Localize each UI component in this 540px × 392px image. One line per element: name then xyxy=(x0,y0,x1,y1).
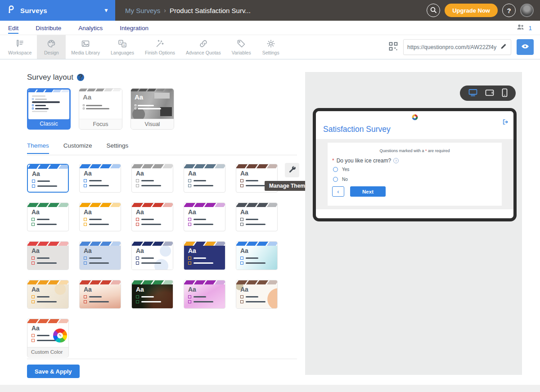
tab-edit[interactable]: Edit xyxy=(8,22,18,34)
theme-line xyxy=(89,219,102,220)
theme-gray[interactable]: Aa xyxy=(131,164,173,193)
collaborators-count[interactable]: 1 xyxy=(528,25,532,32)
theme-red[interactable]: Aa xyxy=(131,203,173,231)
question-help-icon[interactable]: ? xyxy=(393,158,399,163)
theme-stripes xyxy=(27,319,68,323)
theme-blue-2[interactable]: Aa xyxy=(79,164,121,193)
theme-grid: AaAaAaAaAaAaAaAaAaAaAaAaAaAaAaAaAaAaAaAa… xyxy=(27,164,278,357)
toolbar-settings[interactable]: Settings xyxy=(256,35,285,59)
design-tab-customize[interactable]: Customize xyxy=(63,142,92,154)
theme-stripes xyxy=(132,242,173,246)
theme-stripes xyxy=(27,203,68,207)
device-tablet-button[interactable] xyxy=(485,89,495,98)
theme-forest-dark[interactable]: Aa xyxy=(131,280,173,309)
theme-sample-text: Aa xyxy=(84,247,117,255)
radio-icon[interactable] xyxy=(333,167,338,172)
manage-themes-button[interactable] xyxy=(285,163,299,177)
user-avatar[interactable] xyxy=(520,4,534,17)
theme-sand[interactable]: Aa xyxy=(27,280,69,309)
toolbar-variables[interactable]: Variables xyxy=(226,35,256,59)
product-switcher[interactable]: Surveys ▼ xyxy=(0,0,115,21)
theme-custom-color[interactable]: Aa✎Custom Color xyxy=(27,319,69,357)
theme-red-gray[interactable]: Aa xyxy=(27,241,69,270)
survey-url-input[interactable] xyxy=(407,44,500,50)
toolbar-finish-options[interactable]: Finish Options xyxy=(140,35,180,59)
toolbar-media-library[interactable]: Media Library xyxy=(66,35,105,59)
nav-tabs: EditDistributeAnalyticsIntegration xyxy=(0,22,148,34)
toolbar-design[interactable]: Design xyxy=(37,35,66,59)
checkbox-icon xyxy=(188,261,191,265)
tab-distribute[interactable]: Distribute xyxy=(36,22,61,34)
tab-integration[interactable]: Integration xyxy=(120,22,148,34)
save-apply-button[interactable]: Save & Apply xyxy=(27,365,80,378)
checkbox-icon xyxy=(188,257,191,260)
theme-line xyxy=(246,262,266,264)
theme-sample-text: Aa xyxy=(32,208,64,216)
theme-option-row xyxy=(240,218,273,221)
checkbox-icon xyxy=(136,184,139,187)
checkbox-icon xyxy=(240,261,243,265)
layout-option-focus[interactable]: AaFocus xyxy=(79,88,122,130)
theme-stripes xyxy=(27,242,68,246)
theme-navy-orange[interactable]: Aa xyxy=(184,241,225,270)
theme-body: Aa xyxy=(236,207,277,231)
search-button[interactable] xyxy=(427,4,440,17)
svg-text:x: x xyxy=(120,41,122,44)
custom-color-label: Custom Color xyxy=(27,347,68,356)
theme-blue[interactable]: Aa xyxy=(27,164,69,193)
tab-analytics[interactable]: Analytics xyxy=(78,22,103,34)
preview-frame: Satisfaction Survey Questions marked wit… xyxy=(313,108,517,221)
checkbox-icon xyxy=(136,179,139,182)
theme-navy-cloud[interactable]: Aa xyxy=(131,241,173,270)
theme-soft-blue[interactable]: Aa xyxy=(79,241,121,270)
exit-survey-button[interactable] xyxy=(502,119,508,126)
edit-url-icon[interactable] xyxy=(500,43,507,52)
theme-orange[interactable]: Aa xyxy=(79,203,121,231)
theme-charcoal[interactable]: Aa xyxy=(236,203,278,231)
theme-aqua[interactable]: Aa xyxy=(236,241,278,270)
theme-option-row xyxy=(136,223,169,226)
toolbar-workspace[interactable]: Workspace xyxy=(3,35,37,59)
theme-cream[interactable]: Aa xyxy=(236,280,278,309)
radio-icon[interactable] xyxy=(333,177,338,182)
theme-option-row xyxy=(240,223,273,226)
design-tab-settings[interactable]: Settings xyxy=(107,142,129,154)
next-button[interactable]: Next xyxy=(350,186,386,197)
main-panel: Survey layout ? ClassicAaFocusAaVisual T… xyxy=(0,59,540,385)
help-button[interactable]: ? xyxy=(502,4,516,17)
device-desktop-button[interactable] xyxy=(468,89,478,98)
toolbar-languages[interactable]: xALanguages xyxy=(105,35,140,59)
theme-line xyxy=(141,224,161,225)
preview-eye-button[interactable] xyxy=(517,39,534,55)
theme-green[interactable]: Aa xyxy=(27,203,69,231)
answer-option-label: Yes xyxy=(342,167,349,172)
upgrade-now-button[interactable]: Upgrade Now xyxy=(445,4,498,17)
answer-option-no[interactable]: No xyxy=(333,177,348,182)
toolbar-advance-quotas[interactable]: Advance Quotas xyxy=(180,35,226,59)
device-mobile-button[interactable] xyxy=(502,88,508,99)
layout-option-classic[interactable]: Classic xyxy=(27,88,71,130)
color-wheel-icon[interactable]: ✎ xyxy=(53,329,67,342)
back-button[interactable]: ‹ xyxy=(332,186,344,197)
theme-sample-text: Aa xyxy=(84,170,117,177)
theme-option-row xyxy=(240,300,273,303)
layout-option-visual[interactable]: AaVisual xyxy=(130,88,174,130)
answer-option-yes[interactable]: Yes xyxy=(333,167,349,172)
collaborators[interactable]: 1 xyxy=(516,21,532,35)
checkbox-icon xyxy=(32,334,35,337)
theme-line xyxy=(37,224,57,225)
theme-purple[interactable]: Aa xyxy=(184,203,225,231)
theme-body: Aa xyxy=(236,246,277,270)
color-wheel-pencil-icon: ✎ xyxy=(57,333,63,338)
qr-code-icon[interactable] xyxy=(389,42,398,53)
theme-peach[interactable]: Aa xyxy=(79,280,121,309)
layout-help-icon[interactable]: ? xyxy=(77,74,84,81)
theme-line xyxy=(246,296,258,297)
design-tab-themes[interactable]: Themes xyxy=(27,142,49,154)
divider xyxy=(27,359,297,359)
theme-slate[interactable]: Aa xyxy=(184,164,225,193)
theme-pink[interactable]: Aa xyxy=(184,280,225,309)
thumb-line xyxy=(32,101,60,103)
thumb-line xyxy=(32,111,47,112)
breadcrumb-parent[interactable]: My Surveys xyxy=(125,7,160,14)
